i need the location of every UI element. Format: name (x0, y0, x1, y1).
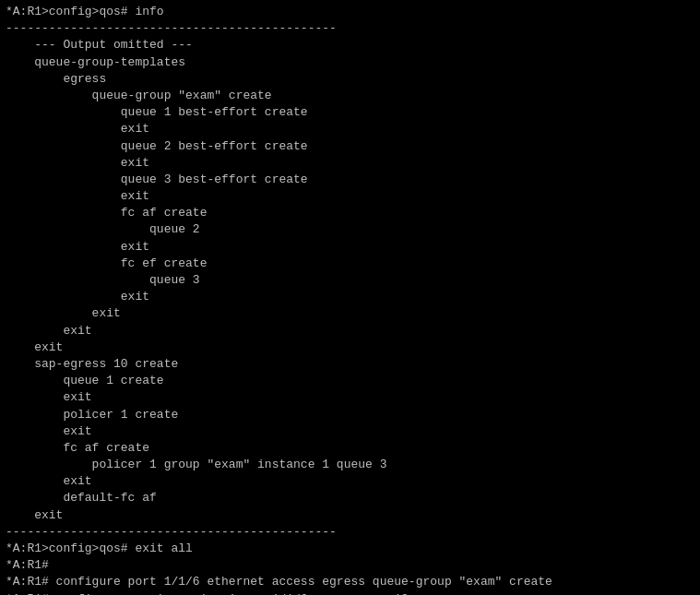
terminal-line: ----------------------------------------… (6, 524, 694, 541)
terminal-line: queue 2 (6, 221, 694, 238)
terminal-line: sap-egress 10 create (6, 356, 694, 373)
terminal-line: egress (6, 71, 694, 88)
terminal-line: exit (6, 423, 694, 440)
terminal-line: fc ef create (6, 256, 694, 272)
terminal-line: ----------------------------------------… (6, 20, 694, 37)
terminal-line: policer 1 group "exam" instance 1 queue … (6, 457, 694, 473)
terminal-line: queue 3 (6, 272, 694, 289)
terminal-line: fc af create (6, 440, 694, 457)
terminal-line: *A:R1# (6, 557, 694, 574)
terminal-line: --- Output omitted --- (6, 37, 694, 54)
terminal-line: queue 1 create (6, 373, 694, 389)
terminal-line: *A:R1# configure service epipe 1 sap 1/1… (6, 591, 694, 595)
terminal-window: *A:R1>config>qos# info -----------------… (0, 0, 700, 595)
terminal-line: exit (6, 323, 694, 339)
terminal-line: exit (6, 305, 694, 322)
terminal-line: *A:R1>config>qos# info (6, 4, 694, 20)
terminal-line: *A:R1# configure port 1/1/6 ethernet acc… (6, 574, 694, 590)
terminal-line: queue 3 best-effort create (6, 172, 694, 188)
terminal-content: *A:R1>config>qos# info -----------------… (6, 4, 694, 595)
terminal-line: queue-group-templates (6, 54, 694, 71)
terminal-line: *A:R1>config>qos# exit all (6, 541, 694, 557)
terminal-line: exit (6, 473, 694, 490)
terminal-line: exit (6, 289, 694, 305)
terminal-line: queue 1 best-effort create (6, 104, 694, 121)
terminal-line: fc af create (6, 205, 694, 221)
terminal-line: exit (6, 155, 694, 172)
terminal-line: default-fc af (6, 490, 694, 506)
terminal-line: exit (6, 239, 694, 256)
terminal-line: exit (6, 389, 694, 406)
terminal-line: queue 2 best-effort create (6, 138, 694, 155)
terminal-line: exit (6, 507, 694, 524)
terminal-line: exit (6, 339, 694, 356)
terminal-line: queue-group "exam" create (6, 88, 694, 104)
terminal-line: policer 1 create (6, 407, 694, 423)
terminal-line: exit (6, 188, 694, 205)
terminal-line: exit (6, 121, 694, 137)
